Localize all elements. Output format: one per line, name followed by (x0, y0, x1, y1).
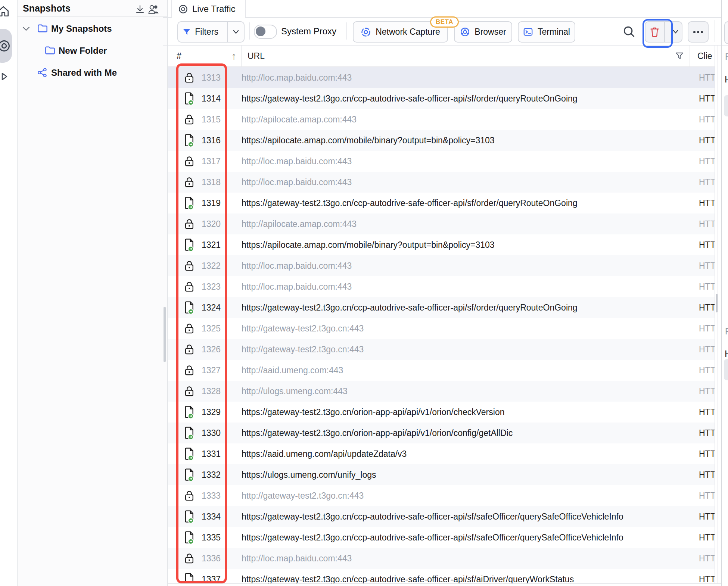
row-number: 1332 (202, 470, 221, 480)
filters-dropdown-button[interactable] (227, 22, 244, 42)
table-row[interactable]: 1321 https://apilocate.amap.com/mobile/b… (168, 234, 715, 255)
detail-divider (722, 322, 728, 322)
row-number: 1331 (202, 449, 221, 459)
more-options-button[interactable] (688, 21, 709, 43)
document-sent-icon-glyph (183, 239, 195, 251)
table-row[interactable]: 1322 http://loc.map.baidu.com:443 HTT (168, 255, 715, 276)
row-number: 1325 (202, 324, 221, 334)
download-icon[interactable] (134, 4, 146, 15)
row-url: http://apilocate.amap.com:443 (242, 219, 690, 229)
detail-button-sliver[interactable] (724, 359, 728, 380)
sidebar-item-label: Shared with Me (51, 68, 117, 78)
filters-button[interactable]: Filters (178, 22, 223, 42)
tab-live-traffic[interactable]: Live Traffic (171, 0, 246, 18)
table-row[interactable]: 1315 http://apilocate.amap.com:443 HTT (168, 109, 715, 130)
table-row[interactable]: 1328 http://ulogs.umeng.com:443 HTT (168, 381, 715, 402)
row-client: HTT (690, 365, 715, 375)
table-vertical-scrollbar[interactable] (715, 46, 718, 583)
row-number: 1323 (202, 282, 221, 292)
table-row[interactable]: 1313 http://loc.map.baidu.com:443 HTT (168, 67, 715, 88)
document-sent-icon-glyph (183, 531, 195, 544)
delete-dropdown-button[interactable] (669, 22, 682, 42)
table-row[interactable]: 1317 http://loc.map.baidu.com:443 HTT (168, 151, 715, 172)
row-url: http://loc.map.baidu.com:443 (242, 73, 690, 83)
row-client: HTT (690, 574, 715, 584)
row-number-cell: 1320 (168, 218, 242, 230)
search-icon[interactable] (622, 25, 636, 39)
detail-button-sliver[interactable] (724, 95, 728, 116)
table-row[interactable]: 1335 https://gateway-test2.t3go.cn/ccp-a… (168, 527, 715, 548)
home-icon[interactable] (0, 4, 10, 18)
table-row[interactable]: 1314 https://gateway-test2.t3go.cn/ccp-a… (168, 88, 715, 109)
delete-button[interactable] (645, 22, 665, 42)
row-client: HTT (690, 156, 715, 166)
table-row[interactable]: 1331 https://aaid.umeng.com/api/updateZd… (168, 443, 715, 464)
table-row[interactable]: 1319 https://gateway-test2.t3go.cn/ccp-a… (168, 193, 715, 213)
table-row[interactable]: 1332 https://ulogs.umeng.com/unify_logs … (168, 464, 715, 485)
row-url: https://gateway-test2.t3go.cn/orion-app-… (242, 407, 690, 417)
document-sent-icon (183, 573, 196, 583)
tab-label: Live Traffic (192, 4, 236, 14)
table-row[interactable]: 1333 http://gateway-test2.t3go.cn:443 HT… (168, 485, 715, 506)
row-client: HTT (690, 324, 715, 334)
table-row[interactable]: 1330 https://gateway-test2.t3go.cn/orion… (168, 423, 715, 443)
row-number: 1315 (202, 115, 221, 125)
table-scrollbar-thumb[interactable] (716, 294, 718, 312)
browser-button[interactable]: Browser (454, 21, 512, 43)
toolbar-divider (346, 22, 347, 40)
row-client: HTT (690, 533, 715, 543)
filters-label: Filters (195, 27, 218, 37)
table-row[interactable]: 1329 https://gateway-test2.t3go.cn/orion… (168, 402, 715, 423)
row-number-cell: 1313 (168, 72, 242, 83)
row-url: http://gateway-test2.t3go.cn:443 (242, 324, 690, 334)
row-number-cell: 1327 (168, 365, 242, 376)
table-row[interactable]: 1320 http://apilocate.amap.com:443 HTT (168, 213, 715, 234)
detail-pane-sliver: R H R H (721, 0, 728, 586)
table-row[interactable]: 1334 https://gateway-test2.t3go.cn/ccp-a… (168, 506, 715, 527)
sidebar-item-new-folder[interactable]: New Folder (18, 41, 167, 61)
row-url: http://apilocate.amap.com:443 (242, 115, 690, 125)
terminal-button[interactable]: Terminal (518, 21, 575, 43)
table-row[interactable]: 1336 http://loc.map.baidu.com:443 HTT (168, 548, 715, 569)
chevron-down-icon[interactable] (22, 25, 31, 32)
shared-users-icon[interactable] (148, 4, 161, 15)
forward-arrow-icon[interactable] (0, 71, 10, 82)
row-client: HTT (690, 219, 715, 229)
document-sent-icon-glyph (183, 468, 195, 481)
table-row[interactable]: 1325 http://gateway-test2.t3go.cn:443 HT… (168, 318, 715, 339)
row-number: 1329 (202, 407, 221, 417)
system-proxy-toggle[interactable] (254, 25, 277, 39)
sidebar-item-shared-with-me[interactable]: Shared with Me (18, 63, 167, 83)
sidebar-scrollbar-thumb[interactable] (164, 307, 166, 362)
lock-icon-glyph (184, 365, 195, 376)
row-number: 1319 (202, 198, 221, 208)
table-row[interactable]: 1326 http://gateway-test2.t3go.cn:443 HT… (168, 339, 715, 360)
table-row[interactable]: 1318 http://loc.map.baidu.com:443 HTT (168, 172, 715, 193)
column-header-url[interactable]: URL (242, 46, 690, 66)
lock-icon (183, 156, 196, 167)
terminal-label: Terminal (538, 27, 570, 37)
row-client: HTT (690, 73, 715, 83)
table-row[interactable]: 1324 https://gateway-test2.t3go.cn/ccp-a… (168, 297, 715, 318)
lock-icon-glyph (184, 344, 195, 355)
table-row[interactable]: 1323 http://loc.map.baidu.com:443 HTT (168, 276, 715, 297)
table-row[interactable]: 1316 https://apilocate.amap.com/mobile/b… (168, 130, 715, 151)
sidebar-item-my-snapshots[interactable]: My Snapshots (18, 19, 167, 39)
row-number-cell: 1328 (168, 386, 242, 397)
column-header-client[interactable]: Clie (690, 46, 715, 66)
table-row[interactable]: 1327 http://aaid.umeng.com:443 HTT (168, 360, 715, 381)
row-number: 1316 (202, 135, 221, 146)
lock-icon-glyph (184, 281, 195, 292)
sidebar-item-label: New Folder (59, 46, 107, 56)
table-horizontal-scrollbar[interactable] (168, 583, 721, 586)
detail-pane-button-edge[interactable] (724, 21, 728, 44)
toolbar-divider (249, 22, 250, 40)
table-row[interactable]: 1337 https://gateway-test2.t3go.cn/ccp-a… (168, 569, 715, 583)
row-number-cell: 1325 (168, 323, 242, 334)
column-filter-icon[interactable] (675, 51, 684, 61)
folder-icon (45, 46, 55, 55)
column-header-number[interactable]: # ↑ (168, 46, 242, 66)
sort-ascending-icon[interactable]: ↑ (231, 46, 236, 66)
row-number-cell: 1336 (168, 553, 242, 564)
row-url: https://ulogs.umeng.com/unify_logs (242, 470, 690, 480)
